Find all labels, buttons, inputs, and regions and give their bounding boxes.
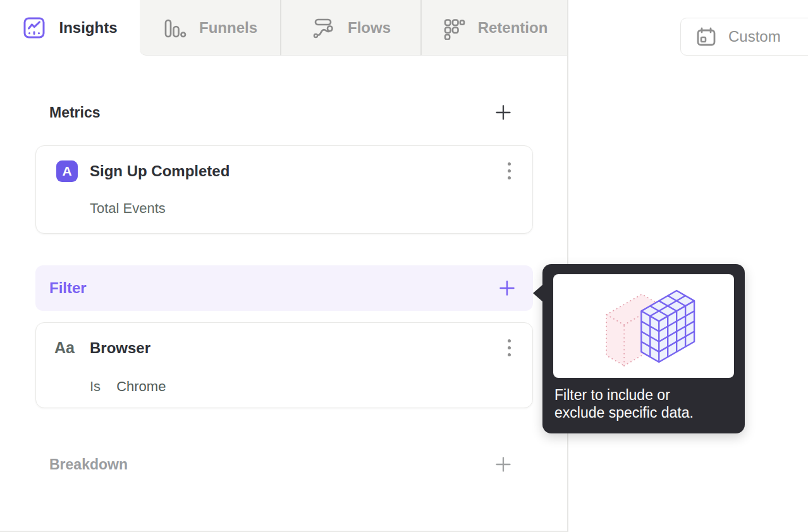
tooltip-illustration-card xyxy=(553,274,734,378)
tab-funnels-label: Funnels xyxy=(199,19,257,37)
tooltip-text: Filter to include or exclude specific da… xyxy=(554,386,733,421)
tooltip-text-line1: Filter to include or xyxy=(554,386,733,404)
filter-operator-selector[interactable]: Is xyxy=(90,378,101,394)
add-filter-button[interactable] xyxy=(498,279,517,298)
cube-grid-illustration xyxy=(566,278,721,374)
flows-icon xyxy=(311,16,335,40)
filter-section-header[interactable]: Filter xyxy=(35,265,533,311)
metric-card[interactable]: A Sign Up Completed Total Events xyxy=(35,145,533,234)
filter-more-options-button[interactable] xyxy=(504,337,515,359)
custom-date-label: Custom xyxy=(728,28,781,45)
plus-icon xyxy=(494,456,512,473)
add-breakdown-button[interactable] xyxy=(494,455,513,474)
insights-icon xyxy=(22,16,46,40)
metrics-section-header: Metrics xyxy=(49,100,513,125)
breakdown-section-header: Breakdown xyxy=(49,452,513,477)
filter-card[interactable]: Aa Browser IsChrome xyxy=(35,322,533,408)
metrics-title: Metrics xyxy=(49,104,101,121)
tooltip-arrow xyxy=(533,284,543,302)
filter-card-title: Browser xyxy=(90,339,504,357)
metric-card-title: Sign Up Completed xyxy=(90,162,504,180)
add-metric-button[interactable] xyxy=(494,103,513,122)
tab-retention-label: Retention xyxy=(478,19,548,37)
funnels-icon xyxy=(162,16,187,40)
filter-help-tooltip: Filter to include or exclude specific da… xyxy=(542,264,745,433)
tab-flows-label: Flows xyxy=(348,19,391,37)
plus-icon xyxy=(494,104,512,121)
tab-insights-label: Insights xyxy=(59,19,117,37)
tab-retention[interactable]: Retention xyxy=(420,0,567,56)
retention-icon xyxy=(441,16,465,40)
filter-value-selector[interactable]: Chrome xyxy=(116,378,166,394)
filter-title: Filter xyxy=(49,279,87,297)
tooltip-text-line2: exclude specific data. xyxy=(554,404,733,421)
breakdown-title: Breakdown xyxy=(49,456,128,473)
kebab-icon xyxy=(508,339,511,342)
report-type-tabbar: Insights Funnels Flows Retention xyxy=(0,0,567,56)
metric-more-options-button[interactable] xyxy=(504,160,515,182)
string-property-icon: Aa xyxy=(54,339,90,357)
metric-aggregation-selector[interactable]: Total Events xyxy=(90,200,166,217)
tab-funnels[interactable]: Funnels xyxy=(140,0,280,56)
kebab-icon xyxy=(508,162,511,166)
custom-date-button[interactable]: Custom xyxy=(680,18,808,56)
calendar-icon xyxy=(695,25,718,48)
plus-icon xyxy=(498,279,516,297)
tab-flows[interactable]: Flows xyxy=(280,0,420,56)
metric-letter-badge: A xyxy=(56,160,78,182)
tab-insights[interactable]: Insights xyxy=(0,0,140,56)
